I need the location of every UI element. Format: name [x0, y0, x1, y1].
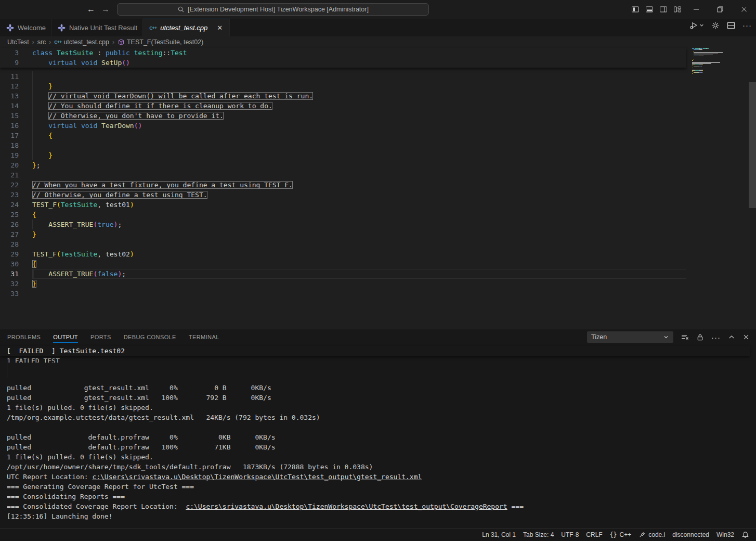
code-text: {	[32, 131, 53, 140]
minimize-button[interactable]	[684, 0, 708, 19]
panel-tab-terminal[interactable]: TERMINAL	[189, 329, 219, 345]
code-line[interactable]: 17 {	[0, 131, 686, 140]
code-line[interactable]: 27}	[0, 229, 686, 239]
code-line[interactable]: 33	[0, 289, 686, 299]
toggle-panel-icon[interactable]	[642, 0, 656, 19]
code-line[interactable]: 14 // You should define it if there is c…	[0, 101, 686, 111]
plug-icon	[638, 531, 646, 538]
command-center[interactable]: [Extension Development Host] TizenWorksp…	[117, 3, 429, 16]
tab-utctest-test-cpp[interactable]: C++ utctest_test.cpp ✕	[143, 19, 230, 36]
code-line[interactable]: 29TEST_F(TestSuite, test02)	[0, 249, 686, 259]
panel-tab-ports[interactable]: PORTS	[90, 329, 111, 345]
code-line[interactable]: 15 // Otherwise, you don't have to provi…	[0, 111, 686, 121]
status-item-win32[interactable]: Win32	[713, 529, 738, 540]
output-lines[interactable]: pulled gtest_result.xml 0% 0 B 0KB/spull…	[0, 363, 750, 528]
code-line[interactable]: 24TEST_F(TestSuite, test01)	[0, 200, 686, 210]
minimap[interactable]	[690, 48, 728, 329]
code-editor[interactable]: 1112 }13 // virtual void TearDown() will…	[0, 48, 756, 329]
breadcrumb-file[interactable]: C++ utctest_test.cpp	[54, 38, 109, 46]
gear-icon[interactable]	[711, 21, 720, 30]
indent-guide	[32, 71, 33, 81]
output-line: pulled default.profraw 0% 0KB 0KB/s	[0, 432, 750, 442]
code-line[interactable]: 22// When you have a test fixture, you d…	[0, 180, 686, 190]
code-line[interactable]: 28	[0, 239, 686, 249]
code-line[interactable]: 23// Otherwise, you define a test using …	[0, 190, 686, 200]
code-line[interactable]: 32}	[0, 279, 686, 289]
status-item-crlf[interactable]: CRLF	[582, 529, 606, 540]
output-line: pulled gtest_result.xml 0% 0 B 0KB/s	[0, 383, 750, 393]
back-button[interactable]: ←	[85, 4, 97, 15]
code-line[interactable]: 12 }	[0, 81, 686, 91]
panel-more-actions-icon[interactable]: ···	[711, 333, 721, 342]
status-item-disconnected[interactable]: disconnected	[669, 529, 713, 540]
line-number: 19	[0, 150, 19, 160]
editor-scrollbar[interactable]	[749, 82, 756, 208]
restore-button[interactable]	[708, 0, 732, 19]
tab-welcome[interactable]: Welcome	[0, 19, 51, 36]
forward-button[interactable]: →	[99, 4, 112, 15]
panel-actions: Tizen ···	[587, 331, 750, 343]
status-item-ln-31-col-1[interactable]: Ln 31, Col 1	[478, 529, 519, 540]
breadcrumb-project[interactable]: UtcTest	[7, 38, 29, 46]
code-line[interactable]: 3class TestSuite : public testing::Test	[0, 48, 686, 58]
line-number: 20	[0, 160, 19, 170]
code-line[interactable]: 26 ASSERT_TRUE(true);	[0, 220, 686, 229]
output-channel-value: Tizen	[591, 333, 607, 341]
bottom-panel: PROBLEMSOUTPUTPORTSDEBUG CONSOLETERMINAL…	[0, 329, 756, 528]
notifications-bell-icon[interactable]	[738, 529, 753, 540]
code-line[interactable]: 18	[0, 140, 686, 150]
status-item-code-i[interactable]: code.i	[635, 529, 669, 540]
tab-native-unit-test-result[interactable]: Native Unit Test Result	[51, 19, 143, 36]
status-item-utf-8[interactable]: UTF-8	[557, 529, 582, 540]
close-tab-icon[interactable]: ✕	[215, 23, 224, 32]
line-number: 27	[0, 229, 19, 239]
split-editor-icon[interactable]	[727, 21, 735, 30]
run-or-debug-button[interactable]	[689, 21, 704, 30]
code-text: // virtual void TearDown() will be calle…	[32, 91, 313, 101]
code-text: };	[32, 160, 41, 170]
panel-tab-output[interactable]: OUTPUT	[53, 329, 78, 345]
cpp-file-icon: C++	[149, 25, 157, 31]
sticky-scroll[interactable]: 3class TestSuite : public testing::Test9…	[0, 48, 686, 68]
chevron-down-icon	[663, 334, 669, 340]
output-link[interactable]: c:\Users\srivastava.u\Desktop\TizenWorks…	[92, 473, 422, 481]
search-icon	[177, 6, 185, 13]
code-text: class TestSuite : public testing::Test	[32, 48, 187, 58]
indent-guide	[32, 111, 33, 121]
code-line[interactable]: 16 virtual void TearDown()	[0, 121, 686, 131]
code-line[interactable]: 11	[0, 71, 686, 81]
line-number: 9	[0, 58, 19, 68]
close-panel-icon[interactable]	[742, 333, 750, 341]
code-line[interactable]: 25{	[0, 210, 686, 220]
output-channel-select[interactable]: Tizen	[587, 331, 673, 343]
line-number: 26	[0, 220, 19, 229]
clear-output-icon[interactable]	[681, 333, 689, 341]
code-line[interactable]: 20};	[0, 160, 686, 170]
toggle-sidebar-right-icon[interactable]	[656, 0, 670, 19]
customize-layout-icon[interactable]	[670, 0, 684, 19]
breadcrumb-separator: ›	[112, 38, 114, 46]
output-line: === Consolidated Coverage Report Locatio…	[0, 501, 750, 511]
line-number: 11	[0, 71, 19, 81]
output-link[interactable]: c:\Users\srivastava.u\Desktop\TizenWorks…	[186, 503, 507, 510]
code-line[interactable]: 30{	[0, 259, 686, 269]
breadcrumb-symbol[interactable]: TEST_F(TestSuite, test02)	[118, 38, 203, 46]
code-text: }	[32, 150, 53, 160]
close-window-button[interactable]	[732, 0, 756, 19]
code-line[interactable]: 21	[0, 170, 686, 180]
code-text: TEST_F(TestSuite, test01)	[32, 200, 134, 210]
toggle-sidebar-left-icon[interactable]	[628, 0, 642, 19]
code-line[interactable]: 9 virtual void SetUp()	[0, 58, 686, 68]
more-actions-icon[interactable]: ···	[742, 21, 752, 30]
line-number: 18	[0, 140, 19, 150]
breadcrumb-folder[interactable]: src	[37, 38, 46, 46]
output-console[interactable]: [ FAILED ] TestSuite.test02 1 FAILED TES…	[0, 345, 756, 528]
panel-tab-debug-console[interactable]: DEBUG CONSOLE	[124, 329, 176, 345]
status-item-tab-size-4[interactable]: Tab Size: 4	[519, 529, 557, 540]
maximize-panel-icon[interactable]	[728, 333, 735, 341]
code-line[interactable]: 13 // virtual void TearDown() will be ca…	[0, 91, 686, 101]
lock-icon[interactable]	[696, 333, 704, 341]
status-item-c-[interactable]: {}C++	[606, 529, 635, 540]
panel-tab-problems[interactable]: PROBLEMS	[7, 329, 41, 345]
code-line[interactable]: 19 }	[0, 150, 686, 160]
